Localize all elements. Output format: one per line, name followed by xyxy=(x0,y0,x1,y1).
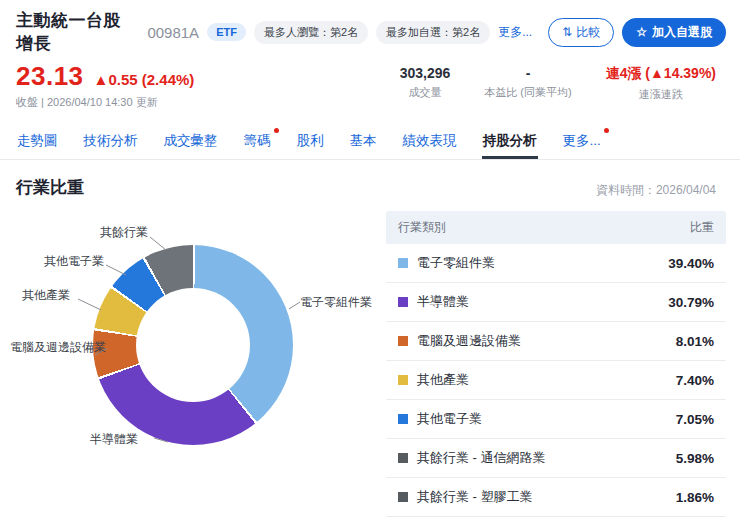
compare-icon: ⇅ xyxy=(562,26,572,38)
last-price: 23.13 xyxy=(16,61,84,92)
streak-label: 連漲連跌 xyxy=(606,87,716,102)
table-row: 其他電子業7.05% xyxy=(386,400,726,439)
tab-0[interactable]: 走勢圖 xyxy=(16,122,59,159)
legend-color-swatch xyxy=(398,492,408,502)
table-row: 電子零組件業39.40% xyxy=(386,244,726,283)
main-content: 電子零組件業 半導體業 電腦及週邊設備業 其他產業 其他電子業 其餘行業 行業類… xyxy=(0,209,740,522)
volume-value: 303,296 xyxy=(400,65,451,81)
industry-label: 電子零組件業 xyxy=(398,254,495,272)
price-change: ▲0.55 (2.44%) xyxy=(94,71,195,88)
quote-timestamp: 收盤 | 2026/04/10 14:30 更新 xyxy=(16,95,194,110)
legend-color-swatch xyxy=(398,297,408,307)
slice-label-semiconductor: 半導體業 xyxy=(90,431,138,448)
industry-chart-area: 電子零組件業 半導體業 電腦及週邊設備業 其他產業 其他電子業 其餘行業 xyxy=(8,209,380,521)
tab-4[interactable]: 股利 xyxy=(296,122,325,159)
top-bar: 主動統一台股增長 00981A ETF 最多人瀏覽：第2名 最多加自選：第2名 … xyxy=(0,0,740,59)
slice-label-computer-peripheral: 電腦及週邊設備業 xyxy=(10,339,106,356)
new-badge-dot xyxy=(604,128,609,133)
table-row: 半導體業30.79% xyxy=(386,283,726,322)
compare-button[interactable]: ⇅ 比較 xyxy=(548,18,614,47)
slice-label-remaining-industries: 其餘行業 xyxy=(100,224,148,241)
section-header: 行業比重 資料時間：2026/04/04 xyxy=(0,160,740,209)
industry-label: 半導體業 xyxy=(398,293,469,311)
tab-6[interactable]: 績效表現 xyxy=(402,122,458,159)
table-row: 其他產業7.40% xyxy=(386,361,726,400)
stock-code: 00981A xyxy=(147,24,199,41)
industry-label: 其他產業 xyxy=(398,371,469,389)
tab-bar: 走勢圖技術分析成交彙整籌碼股利基本績效表現持股分析更多... xyxy=(0,122,740,160)
industry-weight: 1.86% xyxy=(676,490,714,505)
volume-label: 成交量 xyxy=(400,85,451,100)
new-badge-dot xyxy=(274,128,279,133)
slice-label-other-electronics: 其他電子業 xyxy=(44,253,104,270)
tab-7[interactable]: 持股分析 xyxy=(482,122,538,159)
pe-value: - xyxy=(484,65,571,81)
tab-2[interactable]: 成交彙整 xyxy=(163,122,219,159)
quote-stats: 303,296 成交量 - 本益比 (同業平均) 連4漲 (▲14.39%) 連… xyxy=(400,61,716,102)
table-row: 其餘行業 - 塑膠工業1.86% xyxy=(386,478,726,517)
industry-weight: 5.98% xyxy=(676,451,714,466)
tab-1[interactable]: 技術分析 xyxy=(83,122,139,159)
slice-label-electronic-components: 電子零組件業 xyxy=(300,294,372,311)
etf-badge: ETF xyxy=(207,23,246,41)
tab-5[interactable]: 基本 xyxy=(349,122,378,159)
industry-weight: 39.40% xyxy=(668,256,714,271)
star-icon: ☆ xyxy=(636,26,647,38)
tab-3[interactable]: 籌碼 xyxy=(243,122,272,159)
industry-label: 電腦及週邊設備業 xyxy=(398,332,521,350)
industry-weight: 7.05% xyxy=(676,412,714,427)
industry-table-header: 行業類別 比重 xyxy=(386,211,726,244)
legend-color-swatch xyxy=(398,414,408,424)
industry-table: 行業類別 比重 電子零組件業39.40%半導體業30.79%電腦及週邊設備業8.… xyxy=(386,211,726,522)
data-timestamp: 資料時間：2026/04/04 xyxy=(596,182,716,199)
most-added-badge: 最多加自選：第2名 xyxy=(376,21,490,44)
legend-color-swatch xyxy=(398,336,408,346)
table-row: 電腦及週邊設備業8.01% xyxy=(386,322,726,361)
industry-label: 其餘行業 - 通信網路業 xyxy=(398,449,546,467)
tab-8[interactable]: 更多... xyxy=(562,122,602,159)
header-more-link[interactable]: 更多... xyxy=(498,24,532,41)
stock-title: 主動統一台股增長 xyxy=(16,9,137,55)
legend-color-swatch xyxy=(398,453,408,463)
col-industry-category: 行業類別 xyxy=(398,219,446,236)
col-weight: 比重 xyxy=(690,219,714,236)
pe-label: 本益比 (同業平均) xyxy=(484,85,571,100)
most-viewed-badge: 最多人瀏覽：第2名 xyxy=(254,21,368,44)
table-row: 其餘行業 - 通信網路業5.98% xyxy=(386,439,726,478)
industry-weight: 8.01% xyxy=(676,334,714,349)
quote-section: 23.13 ▲0.55 (2.44%) 收盤 | 2026/04/10 14:3… xyxy=(0,59,740,118)
section-title: 行業比重 xyxy=(16,176,84,199)
streak-value: 連4漲 (▲14.39%) xyxy=(606,65,716,83)
industry-table-body: 電子零組件業39.40%半導體業30.79%電腦及週邊設備業8.01%其他產業7… xyxy=(386,244,726,522)
table-row: 其餘行業 - 電機機械0.43% xyxy=(386,517,726,522)
industry-label: 其他電子業 xyxy=(398,410,482,428)
add-watchlist-button[interactable]: ☆ 加入自選股 xyxy=(622,18,726,47)
industry-weight: 30.79% xyxy=(668,295,714,310)
industry-weight: 7.40% xyxy=(676,373,714,388)
legend-color-swatch xyxy=(398,375,408,385)
legend-color-swatch xyxy=(398,258,408,268)
industry-label: 其餘行業 - 塑膠工業 xyxy=(398,488,533,506)
slice-label-other-industry: 其他產業 xyxy=(22,287,70,304)
